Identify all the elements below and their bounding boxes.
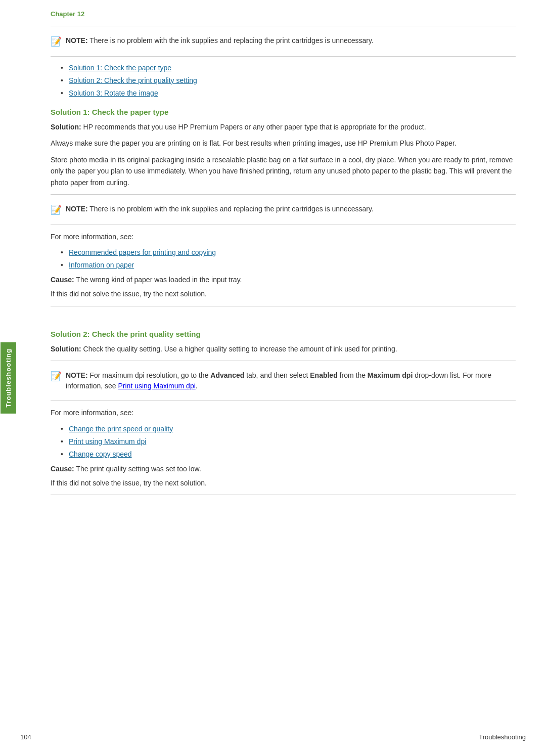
solution1-if-not-solved: If this did not solve the issue, try the… (51, 288, 516, 299)
page-footer: 104 Troubleshooting (20, 733, 526, 741)
s2-hr2 (51, 401, 516, 401)
solution2-if-not-solved: If this did not solve the issue, try the… (51, 477, 516, 488)
solution2-links-list: Change the print speed or quality Print … (61, 424, 516, 460)
toc-link-1[interactable]: Solution 1: Check the paper type (69, 64, 171, 72)
list-item: Solution 2: Check the print quality sett… (61, 75, 516, 86)
sidebar-label: Troubleshooting (1, 342, 16, 414)
list-item: Solution 1: Check the paper type (61, 63, 516, 73)
top-note-box: 📝 NOTE: There is no problem with the ink… (51, 32, 516, 50)
solution2-para1: Solution: Check the quality setting. Use… (51, 343, 516, 354)
s2-note-link[interactable]: Print using Maximum dpi (118, 382, 196, 390)
list-item: Change the print speed or quality (61, 424, 516, 434)
section-divider-1 (51, 306, 516, 306)
s2-link-1[interactable]: Change the print speed or quality (69, 425, 173, 433)
solution1-cause: Cause: The wrong kind of paper was loade… (51, 275, 516, 285)
list-item: Change copy speed (61, 449, 516, 460)
sidebar-tab: Troubleshooting (0, 0, 16, 756)
list-item: Solution 3: Rotate the image (61, 88, 516, 99)
s1-hr1 (51, 194, 516, 195)
solution2-for-more: For more information, see: (51, 407, 516, 418)
list-item: Information on paper (61, 260, 516, 271)
solution1-block: Solution 1: Check the paper type Solutio… (51, 108, 516, 300)
s1-link-1[interactable]: Recommended papers for printing and copy… (69, 248, 216, 256)
solution1-links-list: Recommended papers for printing and copy… (61, 247, 516, 271)
solution1-heading: Solution 1: Check the paper type (51, 108, 516, 116)
toc-link-3[interactable]: Solution 3: Rotate the image (69, 89, 158, 97)
solution1-para2: Always make sure the paper you are print… (51, 138, 516, 149)
top-note-text: NOTE: There is no problem with the ink s… (66, 35, 374, 46)
list-item: Recommended papers for printing and copy… (61, 247, 516, 258)
solution2-block: Solution 2: Check the print quality sett… (51, 330, 516, 488)
s2-link-2[interactable]: Print using Maximum dpi (69, 437, 146, 446)
solution2-heading: Solution 2: Check the print quality sett… (51, 330, 516, 338)
footer-section: Troubleshooting (479, 733, 526, 741)
solution1-note-text: NOTE: There is no problem with the ink s… (66, 204, 374, 214)
s1-hr2 (51, 225, 516, 225)
s2-link-3[interactable]: Change copy speed (69, 450, 132, 458)
solution2-note-text: NOTE: For maximum dpi resolution, go to … (66, 370, 516, 391)
solution1-note-box: 📝 NOTE: There is no problem with the ink… (51, 201, 516, 218)
note-icon-3: 📝 (51, 371, 62, 382)
section-divider-2 (51, 495, 516, 495)
solution2-note-box: 📝 NOTE: For maximum dpi resolution, go t… (51, 367, 516, 394)
chapter-heading: Chapter 12 (51, 10, 516, 18)
solution1-for-more: For more information, see: (51, 231, 516, 242)
toc-link-2[interactable]: Solution 2: Check the print quality sett… (69, 76, 197, 84)
solution1-para3: Store photo media in its original packag… (51, 154, 516, 188)
solution2-cause: Cause: The print quality setting was set… (51, 464, 516, 474)
note-icon: 📝 (51, 36, 62, 47)
note-icon-2: 📝 (51, 204, 62, 215)
s2-hr1 (51, 361, 516, 361)
footer-page-number: 104 (20, 733, 31, 741)
s1-link-2[interactable]: Information on paper (69, 261, 134, 269)
list-item: Print using Maximum dpi (61, 436, 516, 447)
main-content: Chapter 12 📝 NOTE: There is no problem w… (20, 0, 546, 756)
top-divider (51, 26, 516, 26)
note-bottom-divider (51, 56, 516, 57)
toc-list: Solution 1: Check the paper type Solutio… (61, 63, 516, 99)
solution1-para1: Solution: HP recommends that you use HP … (51, 121, 516, 132)
